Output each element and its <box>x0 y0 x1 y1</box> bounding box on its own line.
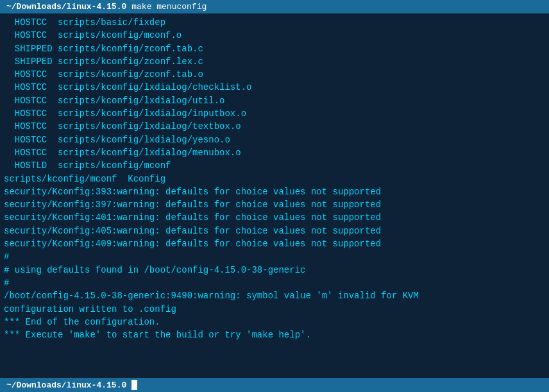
terminal-line: *** End of the configuration. <box>4 316 545 328</box>
terminal-line: configuration written to .config <box>4 303 545 316</box>
terminal-line: HOSTCC scripts/kconfig/zconf.tab.o <box>4 68 545 81</box>
terminal-line: security/Kconfig:397:warning: defaults f… <box>4 198 545 211</box>
terminal-line: *** Execute 'make' to start the build or… <box>4 328 545 341</box>
title-bar-path: ~/Downloads/linux-4.15.0 <box>6 2 126 12</box>
terminal-line: HOSTCC scripts/kconfig/lxdialog/menubox.… <box>4 146 545 159</box>
bottom-bar: ~/Downloads/linux-4.15.0 <box>0 378 549 392</box>
bottom-bar-path: ~/Downloads/linux-4.15.0 <box>6 380 126 390</box>
terminal-line: SHIPPED scripts/kconfig/zconf.lex.c <box>4 55 545 68</box>
terminal-line: HOSTCC scripts/kconfig/lxdialog/textbox.… <box>4 120 545 133</box>
terminal-body: HOSTCC scripts/basic/fixdep HOSTCC scrip… <box>0 13 549 378</box>
terminal-window: ~/Downloads/linux-4.15.0 make menuconfig… <box>0 0 549 392</box>
terminal-line: security/Kconfig:393:warning: defaults f… <box>4 185 545 198</box>
terminal-line: HOSTCC scripts/kconfig/lxdialog/yesno.o <box>4 133 545 146</box>
terminal-line: security/Kconfig:401:warning: defaults f… <box>4 211 545 224</box>
terminal-line: /boot/config-4.15.0-38-generic:9490:warn… <box>4 289 545 302</box>
title-bar-command: make menuconfig <box>131 2 207 12</box>
terminal-line: # <box>4 250 545 263</box>
terminal-line: HOSTCC scripts/basic/fixdep <box>4 16 545 29</box>
terminal-line: # <box>4 277 545 289</box>
terminal-line: HOSTCC scripts/kconfig/lxdialog/inputbox… <box>4 107 545 120</box>
terminal-line: scripts/kconfig/mconf Kconfig <box>4 173 545 185</box>
terminal-line: HOSTCC scripts/kconfig/lxdialog/checklis… <box>4 81 545 94</box>
cursor <box>131 380 137 390</box>
terminal-line: HOSTLD scripts/kconfig/mconf <box>4 159 545 172</box>
terminal-line: HOSTCC scripts/kconfig/lxdialog/util.o <box>4 94 545 107</box>
terminal-line: security/Kconfig:409:warning: defaults f… <box>4 237 545 250</box>
title-bar: ~/Downloads/linux-4.15.0 make menuconfig <box>0 0 549 13</box>
terminal-line: SHIPPED scripts/kconfig/zconf.tab.c <box>4 42 545 55</box>
terminal-line: # using defaults found in /boot/config-4… <box>4 264 545 277</box>
terminal-line: security/Kconfig:405:warning: defaults f… <box>4 225 545 237</box>
terminal-line: HOSTCC scripts/kconfig/mconf.o <box>4 29 545 42</box>
